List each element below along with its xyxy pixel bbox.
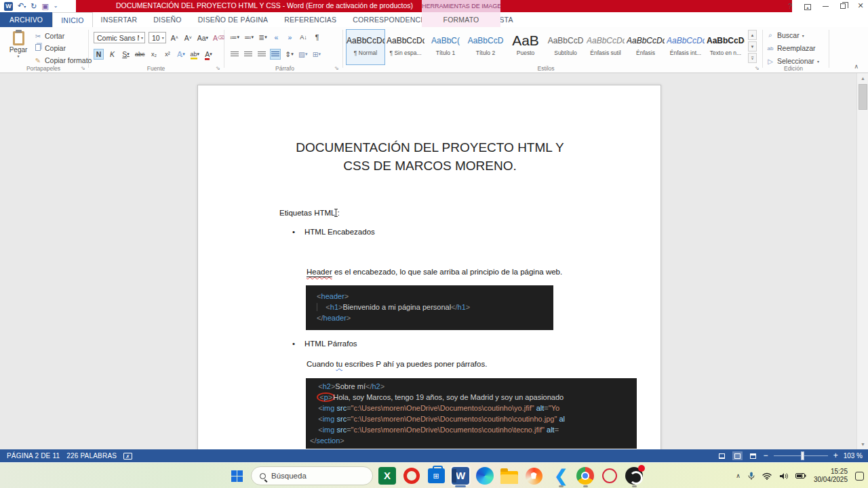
cut-button[interactable]: ✂Cortar: [34, 30, 92, 41]
web-layout-button[interactable]: [748, 451, 758, 460]
help-button[interactable]: ?: [785, 2, 795, 10]
taskbar-app-vscode[interactable]: ❮: [551, 466, 571, 486]
shrink-font-button[interactable]: A˅: [183, 33, 193, 43]
decrease-indent-button[interactable]: «: [271, 32, 281, 43]
styles-scroll-up[interactable]: ▲: [748, 30, 757, 40]
copy-button[interactable]: Copiar: [34, 43, 92, 54]
zoom-in-button[interactable]: +: [833, 449, 838, 462]
tab-referencias[interactable]: REFERENCIAS: [276, 12, 344, 27]
battery-icon[interactable]: [795, 472, 806, 479]
start-button[interactable]: [226, 466, 247, 486]
superscript-button[interactable]: x²: [163, 49, 173, 60]
font-color-button[interactable]: A▾: [203, 49, 214, 60]
undo-button[interactable]: ↶▾: [18, 0, 26, 13]
tab-insertar[interactable]: INSERTAR: [93, 12, 146, 27]
text-effects-button[interactable]: 𝔸▾: [176, 49, 186, 60]
zoom-slider[interactable]: [774, 455, 828, 456]
numbering-button[interactable]: ≕▾: [243, 32, 254, 43]
show-marks-button[interactable]: ¶: [312, 32, 322, 43]
styles-scroll-down[interactable]: ▼: [748, 41, 757, 52]
scroll-up-arrow[interactable]: ▲: [857, 73, 868, 83]
align-left-button[interactable]: [229, 49, 239, 60]
borders-button[interactable]: ⊞▾: [311, 49, 321, 60]
minimize-button[interactable]: [821, 2, 830, 10]
document-page[interactable]: DOCUMENTACIÓN DEL PROYECTO HTML Y CSS DE…: [197, 85, 661, 449]
close-button[interactable]: ✕: [856, 1, 865, 10]
change-case-button[interactable]: Aa▾: [197, 33, 209, 43]
tab-diseño-de-página[interactable]: DISEÑO DE PÁGINA: [190, 12, 277, 27]
font-name-select[interactable]: Comic Sans M▾: [94, 32, 145, 43]
microphone-icon[interactable]: [748, 472, 755, 481]
taskbar-app-store[interactable]: ⊞: [426, 466, 446, 486]
tab-archivo[interactable]: ARCHIVO: [0, 12, 52, 27]
taskbar-app-opera-gx[interactable]: [599, 466, 620, 486]
taskbar-search[interactable]: Búsqueda: [251, 466, 373, 485]
multilevel-list-button[interactable]: ≣▾: [258, 32, 268, 43]
zoom-slider-thumb[interactable]: [801, 451, 804, 460]
style-texto-en-n[interactable]: AaBbCcDcTexto en n...: [706, 29, 745, 65]
print-layout-button[interactable]: [732, 451, 743, 460]
proofing-status-icon[interactable]: ✗: [123, 452, 132, 460]
font-size-select[interactable]: 10▾: [149, 32, 166, 43]
taskbar-app-opera[interactable]: [401, 466, 422, 486]
speaker-icon[interactable]: [779, 472, 788, 480]
sort-button[interactable]: A↓: [298, 32, 309, 43]
paragraph-dialog-launcher[interactable]: ⇘: [334, 65, 339, 71]
taskbar-app-edge[interactable]: [475, 466, 495, 486]
bold-button[interactable]: N: [94, 49, 104, 60]
clipboard-dialog-launcher[interactable]: ⇘: [81, 65, 85, 71]
collapse-ribbon-button[interactable]: ∧: [854, 63, 859, 70]
style-énfasis[interactable]: AaBbCcDdÉnfasis: [626, 29, 665, 65]
italic-button[interactable]: K: [107, 49, 117, 60]
tab-diseño[interactable]: DISEÑO: [145, 12, 189, 27]
scroll-down-arrow[interactable]: ▼: [857, 439, 868, 449]
style-subtítulo[interactable]: AaBbCcDSubtítulo: [546, 29, 585, 65]
line-spacing-button[interactable]: ⇕▾: [284, 49, 294, 60]
align-center-button[interactable]: [243, 49, 253, 60]
shading-button[interactable]: ▨▾: [298, 49, 308, 60]
ribbon-display-options-button[interactable]: ▴: [803, 2, 812, 10]
style-sin-espa[interactable]: AaBbCcDd¶ Sin espa...: [386, 29, 425, 65]
clear-formatting-button[interactable]: A⌫: [212, 33, 225, 43]
style-puesto[interactable]: AaBPuesto: [506, 29, 545, 65]
clock[interactable]: 15:2530/04/2025: [814, 468, 848, 484]
redo-button[interactable]: ↻: [31, 0, 37, 12]
find-button[interactable]: ⌕Buscar▾: [766, 30, 819, 41]
highlight-color-button[interactable]: ab▾: [190, 49, 201, 60]
scrollbar-thumb[interactable]: [859, 84, 867, 110]
style-normal[interactable]: AaBbCcDd¶ Normal: [346, 29, 385, 65]
justify-button[interactable]: [270, 49, 281, 60]
format-painter-button[interactable]: ✎Copiar formato: [34, 55, 92, 66]
read-mode-button[interactable]: [717, 451, 727, 460]
page-indicator[interactable]: PÁGINA 2 DE 11: [7, 452, 60, 460]
styles-expand-button[interactable]: ⊽: [748, 53, 757, 63]
customize-qat-button[interactable]: ⌄: [54, 0, 58, 12]
taskbar-app-chrome[interactable]: [575, 466, 595, 486]
strikethrough-button[interactable]: abc: [134, 49, 146, 60]
subscript-button[interactable]: x₂: [149, 49, 159, 60]
wifi-icon[interactable]: [762, 472, 772, 480]
replace-button[interactable]: abReemplazar: [766, 43, 819, 54]
zoom-out-button[interactable]: −: [764, 449, 768, 462]
word-count[interactable]: 226 PALABRAS: [66, 452, 117, 460]
tray-chevron-up-icon[interactable]: ∧: [736, 472, 741, 479]
taskbar-app-explorer[interactable]: [499, 466, 519, 486]
align-right-button[interactable]: [256, 49, 267, 60]
grow-font-button[interactable]: A˄: [170, 33, 180, 43]
taskbar-app-word[interactable]: W: [450, 466, 471, 486]
tab-formato[interactable]: FORMATO: [422, 12, 500, 27]
bullets-button[interactable]: ≔▾: [229, 32, 240, 43]
taskbar-app-obs[interactable]: [624, 466, 644, 486]
styles-dialog-launcher[interactable]: ⇘: [755, 65, 760, 71]
notification-center-icon[interactable]: [855, 472, 864, 481]
underline-button[interactable]: S▾: [121, 49, 131, 60]
vertical-scrollbar[interactable]: ▲ ▼: [856, 73, 868, 449]
taskbar-app-excel[interactable]: X: [377, 466, 397, 486]
paste-button[interactable]: Pegar ▾: [5, 30, 31, 69]
save-button[interactable]: ▣: [41, 0, 48, 12]
zoom-level[interactable]: 103 %: [844, 452, 863, 460]
font-dialog-launcher[interactable]: ⇘: [216, 65, 220, 71]
restore-button[interactable]: [838, 2, 848, 10]
style-énfasis-sutil[interactable]: AaBbCcDdÉnfasis sutil: [586, 29, 625, 65]
increase-indent-button[interactable]: »: [285, 32, 295, 43]
